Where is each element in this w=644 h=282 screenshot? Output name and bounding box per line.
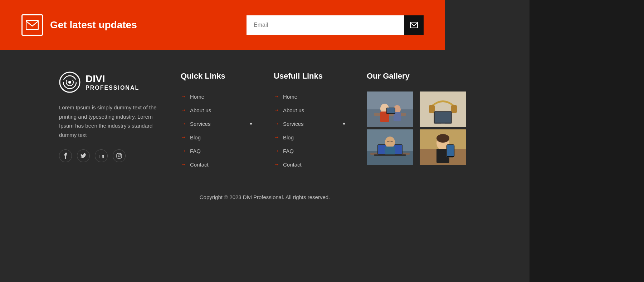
quick-link-blog[interactable]: → Blog [181,132,252,142]
email-input[interactable] [247,15,404,35]
arrow-icon: → [181,161,186,168]
brand-logo: DIVI PROFESSIONAL [59,71,159,93]
svg-point-7 [118,155,120,157]
newsletter-title: Get latest updates [50,19,137,31]
svg-rect-19 [429,105,435,113]
arrow-icon: → [181,107,186,113]
brand-column: DIVI PROFESSIONAL Lorem Ipsum is simply … [59,71,159,169]
arrow-icon: → [274,148,279,154]
svg-rect-6 [117,153,122,158]
svg-point-8 [120,154,121,155]
brand-divi: DIVI [86,73,139,85]
footer-bottom: Copyright © 2023 Divi Professional. All … [0,184,530,210]
logo-icon [59,71,80,93]
svg-rect-31 [385,147,395,154]
mail-icon [21,14,43,36]
arrow-icon: → [274,134,279,140]
quick-links-column: Quick Links → Home → About us → Services [181,71,252,169]
quick-link-home-label: Home [190,94,204,100]
svg-rect-9 [367,91,413,127]
svg-rect-17 [387,108,395,113]
right-panel [530,0,644,282]
usefull-link-home[interactable]: → Home [274,91,345,102]
svg-point-14 [394,105,401,114]
usefull-link-about-label: About us [283,107,304,113]
quick-link-blog-label: Blog [190,134,201,140]
arrow-icon: → [274,107,279,113]
svg-rect-25 [367,151,413,165]
twitter-icon[interactable] [77,149,90,162]
linkedin-icon[interactable] [95,149,108,162]
quick-link-services[interactable]: → Services ▾ [181,119,252,129]
email-submit-button[interactable] [404,15,424,35]
brand-description: Lorem Ipsum is simply dummy text of the … [59,103,159,139]
svg-rect-18 [420,91,466,127]
quick-link-about-label: About us [190,107,211,113]
svg-rect-23 [441,123,445,124]
gallery-column: Our Gallery [367,71,470,169]
brand-name: DIVI PROFESSIONAL [86,73,139,91]
quick-link-about[interactable]: → About us [181,105,252,115]
quick-link-home[interactable]: → Home [181,91,252,102]
quick-link-services-label: Services [190,121,211,127]
svg-rect-35 [436,149,449,163]
newsletter-left: Get latest updates [21,14,137,36]
svg-rect-13 [380,112,389,122]
arrow-icon: → [274,161,279,168]
gallery-image-2[interactable] [420,91,466,127]
gallery-image-4[interactable] [420,129,466,165]
chevron-down-icon: ▾ [250,121,252,127]
usefull-link-about[interactable]: → About us [274,105,345,115]
usefull-link-faq-label: FAQ [283,148,294,154]
svg-rect-33 [420,149,466,165]
facebook-icon[interactable] [59,149,72,162]
usefull-link-faq[interactable]: → FAQ [274,146,345,156]
svg-rect-21 [434,111,452,124]
arrow-icon: → [181,120,186,127]
quick-links-list: → Home → About us → Services ▾ [181,91,252,169]
usefull-link-contact[interactable]: → Contact [274,159,345,169]
arrow-icon: → [181,148,186,154]
svg-point-38 [436,134,449,143]
chevron-down-icon: ▾ [343,121,345,127]
brand-professional: PROFESSIONAL [86,85,139,91]
svg-point-30 [385,137,395,148]
svg-rect-26 [370,153,410,155]
usefull-links-column: Usefull Links → Home → About us → Servic… [274,71,345,169]
usefull-link-blog-label: Blog [283,134,294,140]
svg-point-5 [68,81,71,84]
usefull-link-services[interactable]: → Services ▾ [274,119,345,129]
newsletter-bar: Get latest updates [0,0,445,50]
usefull-link-home-label: Home [283,94,297,100]
copyright-text: Copyright © 2023 Divi Professional. All … [200,194,330,200]
gallery-grid [367,91,470,165]
svg-rect-1 [410,22,418,28]
svg-rect-15 [394,112,401,121]
svg-rect-10 [367,109,413,127]
arrow-icon: → [274,93,279,100]
usefull-link-contact-label: Contact [283,162,302,168]
usefull-links-list: → Home → About us → Services ▾ [274,91,345,169]
quick-link-contact-label: Contact [190,162,209,168]
gallery-title: Our Gallery [367,71,470,81]
usefull-links-title: Usefull Links [274,71,345,81]
footer-main: DIVI PROFESSIONAL Lorem Ipsum is simply … [0,50,530,184]
usefull-link-services-label: Services [283,121,304,127]
usefull-link-blog[interactable]: → Blog [274,132,345,142]
gallery-image-1[interactable] [367,91,413,127]
arrow-icon: → [274,120,279,127]
social-links [59,149,159,162]
svg-rect-0 [26,20,38,30]
quick-links-title: Quick Links [181,71,252,81]
svg-rect-24 [367,129,413,165]
arrow-icon: → [181,93,186,100]
quick-link-faq[interactable]: → FAQ [181,146,252,156]
newsletter-right [247,15,424,35]
svg-rect-20 [451,105,457,113]
instagram-icon[interactable] [113,149,126,162]
svg-rect-11 [374,113,406,116]
quick-link-contact[interactable]: → Contact [181,159,252,169]
gallery-image-3[interactable] [367,129,413,165]
quick-link-faq-label: FAQ [190,148,201,154]
svg-rect-37 [447,145,454,156]
